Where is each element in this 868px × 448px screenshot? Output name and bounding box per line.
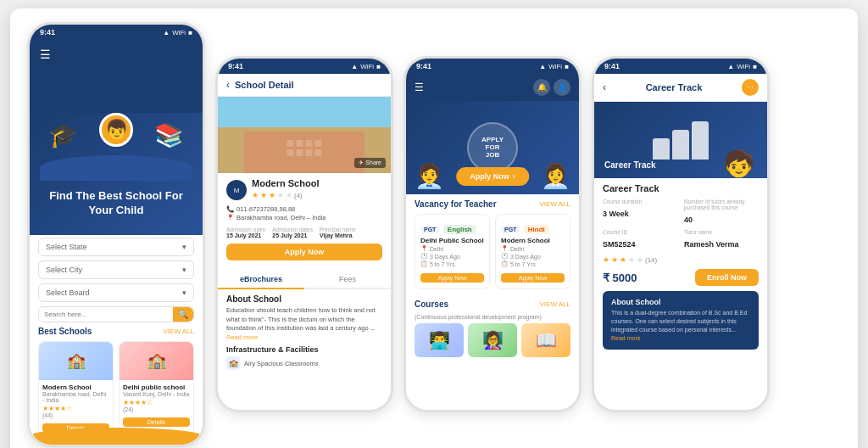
student-avatar: 👦 [99, 113, 133, 147]
share-badge[interactable]: ✈ Share [354, 158, 386, 168]
phone4: 9:41 ▲ WiFi ■ ‹ Career Track ⋯ Career Tr… [592, 56, 770, 412]
about-text: Education should teach children how to t… [226, 306, 382, 342]
phone4-title: Career Track [646, 82, 703, 92]
menu-icon[interactable]: ☰ [40, 48, 51, 61]
course-price: ₹ 5000 [603, 272, 637, 284]
course-thumb-1: 👨‍💻 [415, 323, 464, 357]
building-windows [287, 140, 322, 156]
best-schools-view-all[interactable]: VIEW ALL [164, 328, 194, 335]
school-detail-img: ✈ Share [218, 97, 391, 173]
school-loc-1: Barakhamba road, Delhi - India [42, 391, 109, 403]
phone3-status-bar: 9:41 ▲ WiFi ■ [406, 59, 579, 74]
school-detail-name: Modern School [252, 178, 319, 188]
courses-header: Courses VIEW ALL [415, 300, 570, 309]
phone4-back-button[interactable]: ‹ [603, 81, 606, 93]
arrow3 [692, 121, 709, 160]
school-cards: Modern School Barakhamba road, Delhi - I… [38, 341, 194, 438]
search-button[interactable]: 🔍 [173, 307, 193, 322]
best-schools-header: Best Schools VIEW ALL [38, 327, 194, 336]
infra-item-1: 🏫 Airy Spacious Classrooms [226, 356, 382, 370]
phone2-status-bar: 9:41 ▲ WiFi ■ [218, 59, 391, 74]
details-btn-2[interactable]: Details [123, 417, 190, 427]
apply-for-job-circle: APPLYFORJOB [467, 122, 518, 173]
school-logo: M [226, 180, 247, 200]
vacancy-card-1: PGT English Delhi Public School 📍 Delhi … [415, 214, 490, 289]
phone3-time: 9:41 [416, 62, 431, 70]
read-more-link[interactable]: Read more [226, 333, 258, 341]
school-card-2: Delhi public school Vasant Kunj, Delhi -… [119, 341, 194, 438]
hero-figure-right: 📚 [154, 121, 184, 149]
apply-banner: 🧑‍💼 APPLYFORJOB 👩‍💼 Apply Now › [406, 101, 579, 194]
bottom-wave [30, 428, 203, 445]
career-banner: Career Track 🧒 [594, 102, 767, 178]
about-section: About School Education should teach chil… [218, 289, 391, 375]
back-button[interactable]: ‹ [226, 79, 230, 91]
phone1-status-icons: ▲ WiFi ■ [163, 29, 192, 36]
search-input[interactable] [39, 307, 173, 322]
tab-ebrochures[interactable]: eBrochures [218, 271, 304, 289]
phone3: 9:41 ▲ WiFi ■ ☰ 🔔 👤 🧑‍💼 APPLYFORJOB 👩‍💼 … [403, 56, 581, 412]
app-container: 9:41 ▲ WiFi ■ ☰ 🎓 📚 👦 Find The Best Scho… [10, 8, 858, 448]
school-rating-2: ★★★★☆ [123, 399, 190, 406]
school-loc-2: Vasant Kunj, Delhi - India [123, 391, 190, 397]
vacancy-exp-2: 📋 5 to 7 Yrs [501, 260, 565, 267]
career-content: Career Track Course duration 3 Week Numb… [594, 178, 767, 354]
phone4-time: 9:41 [604, 62, 620, 70]
vacancy-header: Vacancy for Teacher VIEW ALL [415, 199, 570, 209]
career-arrows [653, 121, 709, 160]
course-thumbnails: 👨‍💻 👩‍🏫 📖 [415, 323, 570, 357]
rating-count: (4) [294, 192, 303, 199]
phone1-hero: 🎓 📚 👦 Find The Best School For Your Chil… [30, 113, 203, 235]
phone4-action-icon[interactable]: ⋯ [742, 79, 759, 96]
apply-for-job-text: APPLYFORJOB [481, 137, 504, 159]
hero-title: Find The Best School For Your Child [40, 189, 192, 218]
best-schools-title: Best Schools [38, 327, 92, 336]
course-thumb-3: 📖 [521, 323, 570, 357]
profile-icon[interactable]: 👤 [554, 79, 570, 96]
vacancy-posted-2: 🕐 3 Days Ago [501, 253, 565, 260]
principal-name: Principal name Vijay Mehra [320, 227, 356, 238]
admission-open: Admission open 15 July 2021 [226, 227, 265, 238]
career-read-more[interactable]: Read more [611, 335, 641, 341]
header-action-icons: 🔔 👤 [533, 79, 570, 96]
school-card-1: Modern School Barakhamba road, Delhi - I… [38, 341, 114, 438]
hamburger-icon[interactable]: ☰ [415, 81, 424, 93]
career-about-text: This is a dual-degree combination of B.S… [611, 309, 750, 342]
notification-icon[interactable]: 🔔 [533, 79, 550, 96]
tutors-count: Number of tutors already purchased this … [684, 199, 759, 226]
phone2-time: 9:41 [228, 62, 243, 70]
select-city[interactable]: Select City ▾ [38, 260, 194, 279]
school-address: 📍 Barakhamba road, Delhi – India [226, 214, 382, 221]
career-banner-text: Career Track [604, 160, 656, 170]
admission-close: Admission dates 25 July 2021 [272, 227, 313, 238]
apply-now-button[interactable]: Apply Now [226, 244, 382, 260]
career-meta-grid: Course duration 3 Week Number of tutors … [603, 199, 759, 250]
arrow1 [653, 138, 670, 160]
select-board[interactable]: Select Board ▾ [38, 283, 194, 302]
vacancy-apply-btn-2[interactable]: Apply Now [501, 273, 565, 283]
vacancy-view-all[interactable]: VIEW ALL [540, 200, 570, 208]
price-row: ₹ 5000 Enroll Now [603, 269, 759, 286]
arrow2 [672, 130, 689, 160]
school-detail-info: M Modern School ★ ★ ★ ★ ★ (4) 📞 011-6723… [218, 173, 391, 266]
vacancy-apply-btn-1[interactable]: Apply Now [420, 273, 484, 283]
phone2: 9:41 ▲ WiFi ■ ‹ School Detail ✈ Share [215, 56, 393, 412]
vacancy-posted-1: 🕐 3 Days Ago [420, 253, 484, 260]
about-title: About School [226, 294, 382, 304]
apply-now-banner-button[interactable]: Apply Now › [456, 167, 529, 186]
courses-view-all[interactable]: VIEW ALL [540, 300, 570, 308]
admission-row: Admission open 15 July 2021 Admission da… [226, 227, 382, 238]
phone4-header: ‹ Career Track ⋯ [594, 74, 767, 102]
subject-english: English [443, 225, 476, 234]
vacancy-cards: PGT English Delhi Public School 📍 Delhi … [415, 214, 570, 289]
infra-title: Infrastructure & Facilities [226, 345, 382, 354]
select-state[interactable]: Select State ▾ [38, 238, 194, 256]
course-thumb-2: 👩‍🏫 [468, 323, 517, 357]
tab-fees[interactable]: Fees [304, 271, 391, 288]
vacancy-school-1: Delhi Public School [420, 237, 484, 244]
enroll-now-button[interactable]: Enroll Now [695, 269, 759, 286]
vacancy-loc-2: 📍 Delhi [501, 245, 565, 252]
phone3-header: ☰ 🔔 👤 [406, 74, 579, 101]
person-left-figure: 🧑‍💼 [415, 162, 444, 190]
courses-title: Courses [415, 300, 448, 309]
